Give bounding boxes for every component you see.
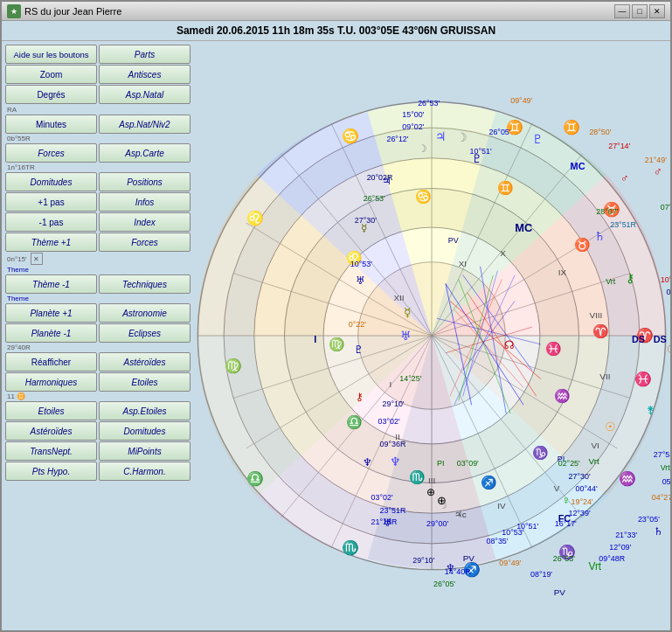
- sidebar-row-8: -1 pas Index: [5, 212, 191, 232]
- node-symbol: ☊: [504, 338, 515, 351]
- chart-area: ♈ ♉ ♊ ♊ ♋ ♌ ♍ ♎ ♏ ♐ ♑ ♒ ♓ ♈ ♉ ♊ ♋ ♌ ♍: [194, 41, 670, 630]
- deg-l-5: 0°22': [349, 320, 366, 329]
- inner-scorpio: ♏: [409, 469, 426, 485]
- close-button[interactable]: ✕: [649, 4, 665, 18]
- index-button[interactable]: Index: [99, 212, 191, 232]
- astronomie-button[interactable]: Astronomie: [99, 303, 191, 323]
- inner-19-24: 19°24': [572, 497, 593, 506]
- maximize-button[interactable]: □: [632, 4, 648, 18]
- sidebar-row-7: +1 pas Infos: [5, 192, 191, 212]
- inner-sagittarius: ♐: [481, 475, 497, 490]
- aide-boutons-button[interactable]: Aide sur les boutons: [5, 45, 97, 64]
- chiron-planet: ⚷: [626, 271, 634, 285]
- outer-neptune3: ♆: [363, 456, 372, 469]
- extra-sym: ♃c: [454, 510, 467, 519]
- house-x: X: [500, 248, 506, 258]
- inner-virgo: ♍: [329, 337, 345, 352]
- etoiles2-button[interactable]: Etoiles: [5, 401, 97, 420]
- sidebar-row-11: Planète +1 Astronomie: [5, 303, 191, 323]
- inner-26-05: 26°05': [433, 580, 455, 588]
- asteroides2-button[interactable]: Astéroïdes: [5, 421, 97, 441]
- etoiles-button[interactable]: Etoiles: [99, 372, 191, 392]
- asp-carte-button[interactable]: Asp.Carte: [99, 143, 191, 163]
- minimize-button[interactable]: —: [614, 4, 630, 18]
- asteroides-button[interactable]: Astéroïdes: [99, 352, 191, 372]
- pts-hypo-button[interactable]: Pts Hypo.: [5, 462, 97, 481]
- forces2-button[interactable]: Forces: [99, 233, 191, 252]
- small-label-2: 0b°55R: [7, 135, 31, 142]
- planete-plus1-button[interactable]: Planète +1: [5, 303, 97, 323]
- reafficher-button[interactable]: Réafficher: [5, 352, 97, 372]
- asp-nat-niv2-button[interactable]: Asp.Nat/Niv2: [99, 115, 191, 134]
- sidebar-row-5: Forces Asp.Carte: [5, 143, 191, 163]
- positions-button[interactable]: Positions: [99, 172, 191, 191]
- pv-bottom-2: PV: [554, 587, 566, 597]
- domitudes2-button[interactable]: Domitudes: [99, 421, 191, 441]
- outer-juno: ⚵: [647, 404, 655, 416]
- asp-natal-button[interactable]: Asp.Natal: [99, 85, 191, 104]
- sidebar-row-9: Thème +1 Forces: [5, 233, 191, 252]
- deg-r-6: 07°18': [661, 203, 670, 212]
- harmoniques-button[interactable]: Harmoniques: [5, 372, 97, 392]
- house-vi: VI: [591, 441, 599, 450]
- inner-aries: ♈: [592, 323, 609, 339]
- libra-symbol: ♎: [246, 470, 264, 487]
- small-label-3: 1n°16TR: [7, 163, 35, 171]
- planete-minus1-button[interactable]: Planète -1: [5, 323, 97, 343]
- infos-button[interactable]: Infos: [99, 192, 191, 212]
- forces-button[interactable]: Forces: [5, 143, 97, 163]
- deg-l-1: 20°02R: [367, 173, 393, 182]
- inner-02-25: 02°25': [558, 459, 580, 468]
- deg-r-1: 28°50': [589, 128, 611, 136]
- gemini-symbol2: ♊: [563, 119, 580, 135]
- minutes-button[interactable]: Minutes: [5, 115, 97, 134]
- app-icon: ★: [7, 4, 21, 18]
- inner-12-39: 12°39': [569, 509, 591, 517]
- small-label-6: 11 ♊: [7, 392, 25, 400]
- cancer-symbol: ♋: [342, 128, 359, 144]
- deg-r-2: 27°14': [608, 142, 630, 150]
- sidebar-row-10: Thème -1 Techniques: [5, 274, 191, 294]
- pv-bottom: PV: [463, 553, 475, 563]
- asc-label: I: [314, 334, 316, 344]
- antisces-button[interactable]: Antisces: [99, 65, 191, 84]
- sidebar-row-17: TransNept. MiPoints: [5, 441, 191, 461]
- zoom-button[interactable]: Zoom: [5, 65, 97, 84]
- earth-symbol: ⊕: [426, 486, 435, 498]
- domitudes-button[interactable]: Domitudes: [5, 172, 97, 191]
- leo-symbol: ♌: [246, 210, 264, 226]
- c-harmon-button[interactable]: C.Harmon.: [99, 462, 191, 481]
- theme-plus1-button[interactable]: Thème +1: [5, 233, 97, 252]
- pv-label: PV: [448, 236, 459, 245]
- theme-label-top: Theme: [7, 266, 29, 274]
- left-23-51R: 23°51R: [380, 506, 406, 515]
- parts-button[interactable]: Parts: [99, 45, 191, 64]
- mipoints-button[interactable]: MiPoints: [99, 441, 191, 461]
- deg-b-6: 09°48R: [599, 554, 625, 563]
- sidebar-row-4: Minutes Asp.Nat/Niv2: [5, 115, 191, 134]
- sidebar-row-18: Pts Hypo. C.Harmon.: [5, 462, 191, 481]
- moon-inner: ☽: [439, 500, 447, 510]
- minus1pas-button[interactable]: -1 pas: [5, 212, 97, 232]
- deg-b-13: 27°53': [654, 450, 670, 459]
- title-bar: ★ RS du jour Jean Pierre — □ ✕: [2, 2, 670, 21]
- astrological-chart: ♈ ♉ ♊ ♊ ♋ ♌ ♍ ♎ ♏ ♐ ♑ ♒ ♓ ♈ ♉ ♊ ♋ ♌ ♍: [194, 41, 670, 630]
- house-viii: VIII: [589, 310, 602, 320]
- deg-b-9: 23°05': [638, 515, 660, 524]
- chart-header: Samedi 20.06.2015 11h 18m 35s T.U. 003°0…: [2, 21, 670, 41]
- inner-gemini: ♊: [497, 180, 514, 196]
- transnept-button[interactable]: TransNept.: [5, 441, 97, 461]
- deg-b-3: 08°19': [530, 570, 552, 579]
- sidebar-row-16: Astéroïdes Domitudes: [5, 421, 191, 441]
- asp-etoiles-button[interactable]: Asp.Etoiles: [99, 401, 191, 420]
- window-title: RS du jour Jean Pierre: [24, 6, 121, 17]
- deg-r-4: 28°07': [596, 207, 618, 216]
- eclipses-button[interactable]: Eclipses: [99, 323, 191, 343]
- inner-1: 14°25': [399, 374, 421, 383]
- theme-minus1-button[interactable]: Thème -1: [5, 274, 97, 294]
- plus1pas-button[interactable]: +1 pas: [5, 192, 97, 212]
- degres-button[interactable]: Degrés: [5, 85, 97, 104]
- sidebar-row-2: Zoom Antisces: [5, 65, 191, 84]
- inner-cancer: ♋: [415, 189, 432, 205]
- techniques-button[interactable]: Techniques: [99, 274, 191, 294]
